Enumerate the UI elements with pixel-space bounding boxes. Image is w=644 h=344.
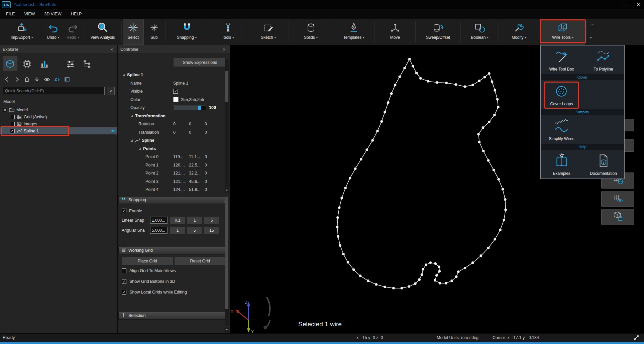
property-row-point-2[interactable]: Point 2121....32.2...0 bbox=[118, 169, 230, 178]
option-show-grid-buttons-in-3d[interactable]: ✓Show Grid Buttons in 3D bbox=[122, 277, 226, 286]
spline-point[interactable] bbox=[502, 188, 504, 191]
spline-point[interactable] bbox=[398, 76, 401, 78]
spline-point[interactable] bbox=[408, 58, 411, 61]
minimize-button[interactable]: ─ bbox=[610, 0, 621, 9]
spline-point[interactable] bbox=[491, 80, 494, 83]
snap-preset-button-0-1[interactable]: 0.1 bbox=[170, 217, 185, 224]
selection-section-header[interactable]: Selection bbox=[118, 312, 229, 320]
spline-point[interactable] bbox=[422, 268, 424, 271]
toolbar-item-move[interactable]: Move bbox=[376, 19, 414, 45]
toolbar-item-view-analysis[interactable]: View Analysis bbox=[85, 19, 120, 45]
toolbar-item-modify[interactable]: Modify▾ bbox=[500, 19, 538, 45]
spline-point[interactable] bbox=[344, 187, 347, 190]
property-row-spline-1[interactable]: Spline 1 bbox=[118, 71, 230, 79]
spline-point[interactable] bbox=[339, 244, 341, 247]
spline-point[interactable] bbox=[342, 253, 345, 255]
toolbar-item-boolean[interactable]: Boolean▾ bbox=[462, 19, 498, 45]
spline-point[interactable] bbox=[494, 238, 496, 241]
search-input[interactable] bbox=[3, 87, 105, 95]
tree-checkbox[interactable] bbox=[3, 108, 7, 112]
snap-preset-button-5[interactable]: 5 bbox=[204, 217, 219, 224]
spline-point[interactable] bbox=[482, 150, 485, 152]
spline-point[interactable] bbox=[434, 262, 437, 265]
properties-scrollbar[interactable] bbox=[225, 58, 229, 188]
menu-view[interactable]: VIEW bbox=[19, 9, 39, 19]
toolbar-item-tools[interactable]: Tools▾ bbox=[209, 19, 247, 45]
enable-checkbox[interactable]: ✓ bbox=[122, 209, 126, 213]
spline-point[interactable] bbox=[408, 285, 411, 288]
spline-point[interactable] bbox=[394, 84, 397, 86]
tree-item-images[interactable]: images bbox=[0, 120, 117, 127]
spline-point[interactable] bbox=[503, 219, 505, 221]
option-align-grid-to-main-views[interactable]: Align Grid To Main Views bbox=[122, 266, 226, 276]
property-row-points[interactable]: Points bbox=[118, 145, 230, 153]
tree-checkbox[interactable] bbox=[10, 115, 15, 119]
spline-point[interactable] bbox=[429, 261, 432, 264]
tree-item-spline-1[interactable]: ✓Spline 1 bbox=[0, 127, 117, 134]
spline-point[interactable] bbox=[487, 159, 490, 162]
spline-point[interactable] bbox=[455, 275, 458, 278]
spline-point[interactable] bbox=[360, 158, 362, 161]
grid-lock-button[interactable] bbox=[601, 209, 634, 225]
spline-point[interactable] bbox=[436, 81, 438, 84]
spline-point[interactable] bbox=[488, 72, 491, 75]
spline-point[interactable] bbox=[401, 287, 403, 290]
option-show-local-grids-while-editing[interactable]: ✓Show Local Grids while Editing bbox=[122, 288, 226, 297]
properties-scroll-down-icon[interactable]: ▾ bbox=[225, 188, 229, 193]
menu-item-cover-loops[interactable]: Cover Loops bbox=[541, 84, 582, 106]
snap-preset-button-1[interactable]: 1 bbox=[170, 227, 185, 234]
nav-back-button[interactable] bbox=[3, 76, 10, 83]
spline-point[interactable] bbox=[414, 282, 417, 285]
spline-point[interactable] bbox=[390, 92, 393, 95]
nav-z-sort-button[interactable]: Z bbox=[53, 76, 60, 83]
spline-point[interactable] bbox=[478, 80, 481, 82]
spline-point[interactable] bbox=[371, 139, 374, 142]
spline-point[interactable] bbox=[387, 101, 390, 104]
spline-point[interactable] bbox=[438, 265, 440, 268]
toolbar-item-imp-export[interactable]: Imp/Export▾ bbox=[3, 19, 41, 45]
spline-point[interactable] bbox=[337, 235, 339, 238]
spline-point[interactable] bbox=[336, 226, 339, 228]
spline-point[interactable] bbox=[497, 178, 500, 181]
search-clear-button[interactable]: × bbox=[107, 87, 115, 95]
property-row-transformation[interactable]: Transformation bbox=[118, 112, 230, 120]
spline-point[interactable] bbox=[504, 209, 507, 211]
menu-3d-view[interactable]: 3D VIEW bbox=[39, 9, 66, 19]
property-row-spline[interactable]: Spline bbox=[118, 136, 230, 145]
spline-point[interactable] bbox=[494, 89, 496, 92]
option-checkbox[interactable]: ✓ bbox=[122, 279, 126, 284]
property-row-point-3[interactable]: Point 3121....45.6...0 bbox=[118, 178, 230, 186]
tree-item-model[interactable]: Model bbox=[0, 106, 117, 113]
nav-split-view-button[interactable] bbox=[64, 76, 70, 83]
spline-point[interactable] bbox=[471, 261, 474, 264]
spline-point[interactable] bbox=[504, 198, 507, 201]
menu-item-examples[interactable]: Examples bbox=[541, 153, 582, 176]
spline-point[interactable] bbox=[384, 111, 386, 113]
spline-point[interactable] bbox=[496, 98, 499, 101]
property-row-opacity[interactable]: Opacity100 bbox=[118, 104, 230, 112]
spline-point[interactable] bbox=[455, 83, 457, 86]
slider-thumb[interactable] bbox=[198, 106, 201, 110]
close-button[interactable]: × bbox=[633, 0, 644, 9]
toolbar-item-undo[interactable]: Undo▾ bbox=[43, 19, 63, 45]
spline-point[interactable] bbox=[493, 168, 495, 171]
spline-point[interactable] bbox=[457, 270, 460, 273]
grid-visibility-button[interactable] bbox=[601, 191, 634, 207]
menu-item-documentation[interactable]: Documentation bbox=[582, 153, 624, 176]
menu-item-to-polyline[interactable]: To Polyline bbox=[582, 49, 624, 72]
property-row-point-1[interactable]: Point 1120....22.5...0 bbox=[118, 161, 230, 169]
explorer-tab-simulation-tab[interactable] bbox=[20, 56, 34, 71]
explorer-tab-analysis-tab[interactable] bbox=[37, 56, 51, 71]
nav-visibility-eye-button[interactable] bbox=[43, 76, 50, 83]
spline-point[interactable] bbox=[438, 270, 441, 273]
spline-point[interactable] bbox=[384, 285, 386, 288]
nav-forward-button[interactable] bbox=[13, 76, 20, 83]
show-expressions-button[interactable]: Show Expressions bbox=[174, 58, 226, 67]
cat-spline-wire[interactable] bbox=[337, 59, 506, 288]
explorer-tab-model-tab[interactable] bbox=[3, 56, 17, 71]
spline-point[interactable] bbox=[499, 229, 502, 231]
toolbar-item-sketch[interactable]: Sketch▾ bbox=[249, 19, 288, 45]
property-row-translation[interactable]: Translation000 bbox=[118, 128, 230, 137]
explorer-tab-tree-options[interactable] bbox=[80, 56, 95, 71]
snap-value-input[interactable]: 1.000... bbox=[150, 217, 168, 224]
